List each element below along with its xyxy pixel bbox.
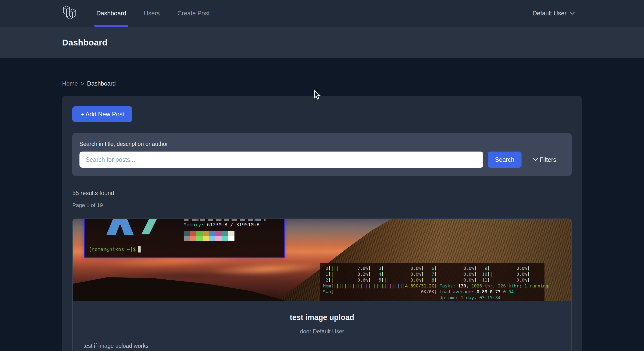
palette-swatch — [203, 236, 209, 241]
search-button[interactable]: Search — [488, 152, 522, 168]
breadcrumb-home-link[interactable]: Home — [62, 80, 78, 87]
post-image: Memory: 6123MiB / 31951MiB [roman@nixos … — [72, 219, 572, 301]
nav-item-dashboard[interactable]: Dashboard — [96, 0, 126, 27]
chevron-down-icon — [533, 158, 538, 161]
palette-swatch — [190, 236, 196, 241]
palette-swatch — [228, 231, 234, 236]
nav-item-label: Dashboard — [96, 10, 126, 17]
palette-swatch — [222, 231, 228, 236]
palette-swatch — [196, 236, 203, 241]
memory-readout: Memory: 6123MiB / 31951MiB — [184, 222, 260, 227]
search-panel: Search in title, description or author S… — [72, 133, 572, 176]
palette-swatch — [216, 236, 222, 241]
plus-icon: + — [80, 111, 84, 118]
terminal-cursor — [138, 246, 140, 252]
nixos-logo-fragment — [106, 219, 134, 235]
post-description: test if image upload works — [72, 343, 572, 349]
palette-swatch — [190, 231, 196, 236]
post-title: test image upload — [72, 313, 572, 322]
shell-prompt: [roman@nixos ~]$ — [89, 246, 140, 252]
palette-swatch — [196, 231, 203, 236]
post-card[interactable]: Memory: 6123MiB / 31951MiB [roman@nixos … — [72, 218, 572, 351]
page-header-band: Dashboard — [0, 27, 644, 58]
user-menu-dropdown[interactable]: Default User — [532, 10, 575, 17]
palette-swatch — [184, 231, 190, 236]
nav-item-create-post[interactable]: Create Post — [178, 0, 210, 27]
top-navbar: Dashboard Users Create Post Default User — [0, 0, 644, 27]
nav-item-users[interactable]: Users — [144, 0, 160, 27]
palette-swatch — [216, 231, 222, 236]
clipped-terminal-line — [184, 219, 266, 221]
terminal-window: Memory: 6123MiB / 31951MiB [roman@nixos … — [84, 219, 284, 258]
results-count: 55 results found — [72, 190, 572, 196]
breadcrumb-separator: > — [81, 80, 84, 87]
nav-links: Dashboard Users Create Post — [96, 0, 210, 27]
palette-swatch — [209, 236, 216, 241]
chevron-down-icon — [570, 12, 575, 15]
palette-swatch — [228, 236, 234, 241]
results-page-indicator: Page 1 of 19 — [72, 202, 572, 208]
nav-item-label: Create Post — [178, 10, 210, 17]
htop-window: 0[||| 7.8%] 3[ 0.0%] 6[ 0.0%] 9[ 0.0%] 1… — [320, 263, 544, 301]
page-title: Dashboard — [62, 38, 582, 48]
add-new-post-button[interactable]: +Add New Post — [72, 106, 132, 122]
nav-item-label: Users — [144, 10, 160, 17]
terminal-color-palette — [184, 231, 234, 241]
palette-swatch — [222, 236, 228, 241]
laravel-logo-icon[interactable] — [62, 5, 78, 22]
user-menu-label: Default User — [532, 10, 566, 17]
search-label: Search in title, description or author — [80, 141, 564, 148]
nixos-logo-fragment — [141, 219, 158, 234]
filters-label: Filters — [540, 156, 556, 163]
breadcrumb: Home > Dashboard — [62, 80, 582, 87]
post-byline: door Default User — [72, 328, 572, 335]
palette-swatch — [203, 231, 209, 236]
posts-panel: +Add New Post Search in title, descripti… — [62, 96, 582, 351]
palette-swatch — [209, 231, 216, 236]
palette-swatch — [184, 236, 190, 241]
active-tab-indicator — [94, 25, 128, 27]
filters-toggle[interactable]: Filters — [533, 156, 556, 163]
breadcrumb-current: Dashboard — [87, 80, 116, 87]
search-input[interactable] — [80, 152, 483, 168]
